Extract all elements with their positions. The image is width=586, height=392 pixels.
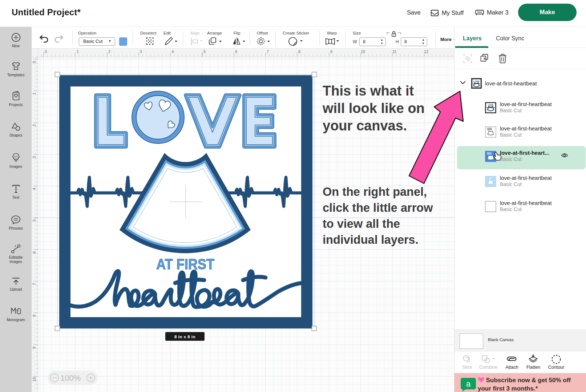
svg-text:8 in x 8 in: 8 in x 8 in — [174, 335, 195, 339]
svg-text:LOVE: LOVE — [488, 104, 493, 106]
svg-text:AT FIRST: AT FIRST — [156, 256, 214, 272]
svg-text:100%: 100% — [60, 373, 81, 383]
svg-text:LOVE: LOVE — [487, 153, 491, 154]
svg-text:LOVE: LOVE — [487, 128, 492, 130]
svg-text:a: a — [466, 379, 471, 388]
svg-text:LOVE: LOVE — [473, 80, 479, 82]
